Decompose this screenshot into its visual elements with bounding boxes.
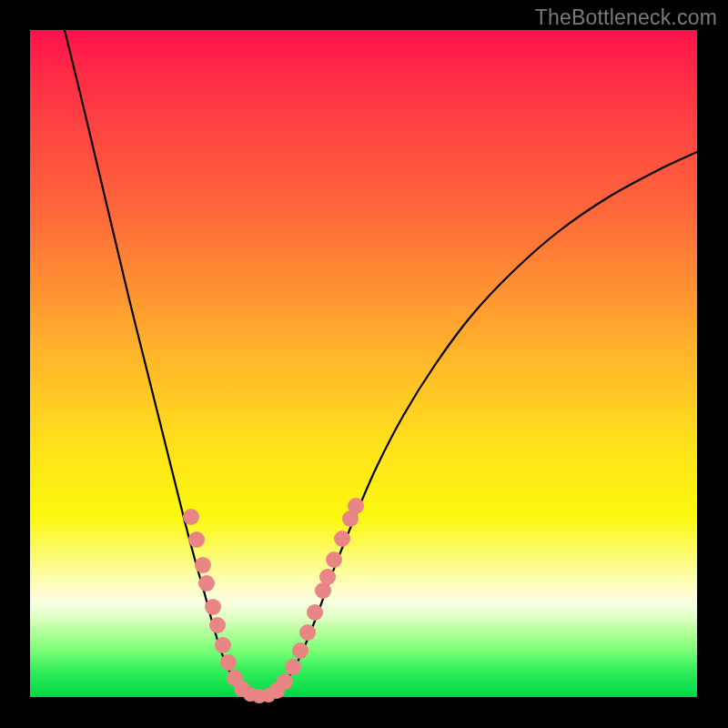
watermark-text: TheBottleneck.com [535,5,717,30]
chart-svg [30,30,697,697]
data-dot [326,551,342,568]
data-dot [183,509,199,525]
chart-frame: TheBottleneck.com [0,0,728,728]
data-dot [285,659,301,675]
data-dot [198,575,215,592]
data-dot [292,642,308,659]
data-dot [220,654,237,671]
data-dot [215,637,231,653]
data-dot [195,557,211,573]
data-dots [183,498,364,703]
data-dot [307,604,323,621]
data-dot [319,569,336,585]
bottleneck-curve [65,30,697,696]
data-dot [299,624,316,641]
data-dot [334,531,350,547]
data-dot [348,498,364,514]
data-dot [209,617,226,633]
plot-area [30,30,697,697]
data-dot [188,531,205,548]
data-dot [277,673,293,690]
data-dot [205,599,221,615]
